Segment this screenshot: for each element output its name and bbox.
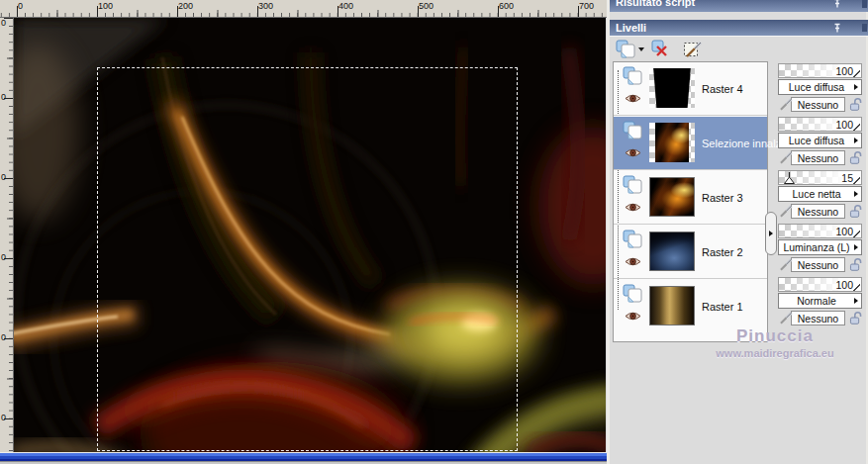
blend-mode-value: Luce diffusa <box>779 81 854 93</box>
visibility-eye-icon[interactable] <box>625 311 641 322</box>
delete-layer-button[interactable] <box>650 39 670 59</box>
ruler-label: 500 <box>419 1 434 11</box>
blend-mode-dropdown[interactable]: Luminanza (L) <box>778 239 862 255</box>
link-set-value[interactable]: Nessuno <box>791 204 844 219</box>
watermark: Pinuccia www.maidiregrafica.eu <box>686 326 864 359</box>
resize-handle-icon <box>852 283 860 291</box>
link-set-row: Nessuno <box>778 310 862 325</box>
visibility-eye-icon[interactable] <box>625 202 641 213</box>
layer-thumbnail[interactable] <box>649 286 695 325</box>
ruler-label: 0 <box>1 413 6 422</box>
vertical-ruler[interactable]: 0 0 0 0 0 0 <box>0 18 14 452</box>
layer-row-raster4[interactable]: Raster 4 <box>614 62 767 116</box>
layer-name[interactable]: Raster 2 <box>702 246 743 258</box>
layer-name[interactable]: Selezione innalza <box>702 138 787 149</box>
visibility-eye-icon[interactable] <box>625 93 641 104</box>
ruler-label: 700 <box>579 1 594 11</box>
watermark-name: Pinuccia <box>686 326 864 346</box>
opacity-slider-handle-icon[interactable] <box>783 171 796 185</box>
layer-settings-selezione-innalza: 100 Luce diffusa Nessuno <box>778 117 862 166</box>
opacity-value[interactable]: 100 <box>835 65 853 77</box>
ruler-label: 0 <box>1 18 6 28</box>
opacity-slider[interactable]: 100 <box>778 117 862 132</box>
blend-mode-value: Normale <box>779 295 854 307</box>
opacity-slider[interactable]: 100 <box>778 224 862 238</box>
blend-mode-dropdown[interactable]: Luce diffusa <box>778 79 862 95</box>
blend-mode-value: Luminanza (L) <box>779 241 854 253</box>
ruler-label: 100 <box>98 1 113 11</box>
layer-thumbnail[interactable] <box>649 232 695 271</box>
opacity-value[interactable]: 100 <box>835 279 853 291</box>
link-set-row: Nessuno <box>778 96 862 112</box>
opacity-slider[interactable]: 15 <box>778 170 862 185</box>
selection-marquee[interactable] <box>97 67 518 451</box>
brush-icon <box>779 97 793 111</box>
open-padlock-icon[interactable] <box>849 311 863 325</box>
blend-mode-dropdown[interactable]: Luce netta <box>778 186 862 202</box>
blend-mode-dropdown[interactable]: Luce diffusa <box>778 133 862 148</box>
link-set-value[interactable]: Nessuno <box>791 257 844 272</box>
visibility-eye-icon[interactable] <box>625 256 641 267</box>
resize-handle-icon <box>852 123 860 131</box>
dropdown-arrow-icon <box>854 191 858 197</box>
pin-icon[interactable] <box>832 23 842 34</box>
open-padlock-icon[interactable] <box>849 150 863 165</box>
brush-icon <box>779 204 793 218</box>
layer-thumbnail[interactable] <box>649 177 695 217</box>
link-set-value[interactable]: Nessuno <box>791 311 844 325</box>
opacity-value[interactable]: 100 <box>835 119 853 131</box>
new-layer-button[interactable] <box>616 39 644 59</box>
ruler-label: 400 <box>338 1 353 11</box>
layer-settings-raster3: 15 Luce netta Nessuno <box>778 170 862 220</box>
open-padlock-icon[interactable] <box>849 204 863 219</box>
new-layer-dropdown-arrow[interactable] <box>638 47 644 51</box>
layer-row-selezione-innalza[interactable]: Selezione innalza <box>614 117 767 170</box>
blend-mode-dropdown[interactable]: Normale <box>778 293 862 309</box>
resize-handle-icon <box>852 176 860 184</box>
opacity-slider[interactable]: 100 <box>778 277 862 292</box>
new-layer-icon <box>616 40 635 58</box>
ruler-label: 0 <box>1 92 6 102</box>
edit-selection-button[interactable] <box>683 39 705 59</box>
script-result-titlebar[interactable]: Risultato script <box>610 0 868 12</box>
layer-name[interactable]: Raster 3 <box>702 192 743 204</box>
blend-mode-value: Luce netta <box>779 188 854 200</box>
panel-collapse-button[interactable] <box>765 212 777 255</box>
link-set-value[interactable]: Nessuno <box>791 97 844 112</box>
layers-panel-title: Livelli <box>616 22 646 34</box>
open-padlock-icon[interactable] <box>849 257 863 272</box>
ruler-label: 300 <box>258 1 273 11</box>
delete-layer-icon <box>650 40 670 58</box>
layer-name[interactable]: Raster 4 <box>702 83 743 95</box>
raster-layer-icon <box>623 66 642 85</box>
layer-thumbnail[interactable] <box>649 123 695 162</box>
link-set-row: Nessuno <box>778 256 862 272</box>
layer-thumbnail[interactable] <box>649 68 695 108</box>
layer-row-raster2[interactable]: Raster 2 <box>614 226 767 279</box>
pin-icon[interactable] <box>832 0 842 9</box>
dropdown-arrow-icon <box>854 138 858 143</box>
opacity-slider[interactable]: 100 <box>778 63 862 78</box>
window-bottom-edge <box>0 452 607 464</box>
layer-name[interactable]: Raster 1 <box>702 301 743 313</box>
ruler-label: 0 <box>1 172 6 182</box>
layer-list: Raster 4 Selezione innalza <box>613 61 768 342</box>
blend-mode-value: Luce diffusa <box>779 135 854 146</box>
open-padlock-icon[interactable] <box>849 97 863 112</box>
layer-row-raster3[interactable]: Raster 3 <box>614 171 767 225</box>
layer-row-raster1[interactable]: Raster 1 <box>614 280 767 333</box>
panel-left-border <box>607 0 610 464</box>
right-arrow-icon <box>769 231 773 236</box>
visibility-eye-icon[interactable] <box>625 147 641 158</box>
opacity-value[interactable]: 100 <box>835 226 853 237</box>
brush-icon <box>779 311 793 325</box>
ruler-label: 600 <box>499 1 514 11</box>
link-set-value[interactable]: Nessuno <box>791 150 844 165</box>
horizontal-ruler[interactable]: 0 100 200 300 400 500 600 700 <box>0 0 607 18</box>
link-set-row: Nessuno <box>778 149 862 165</box>
raster-layer-icon <box>623 284 642 303</box>
resize-handle-icon <box>852 69 860 77</box>
canvas-area[interactable] <box>14 18 606 452</box>
brush-icon <box>779 257 793 271</box>
layers-titlebar[interactable]: Livelli <box>610 20 868 37</box>
